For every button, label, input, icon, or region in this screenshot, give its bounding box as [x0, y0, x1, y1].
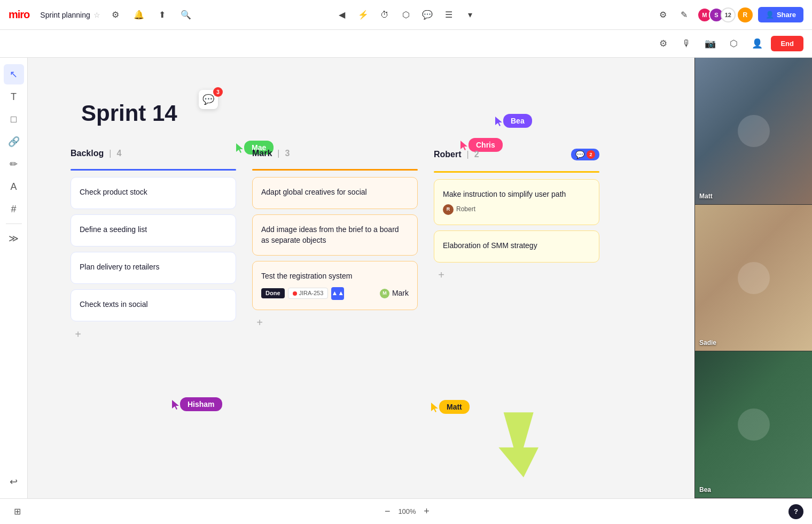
add-card-mark[interactable]: + [252, 315, 267, 330]
current-user-avatar[interactable]: R [737, 6, 754, 24]
card-adapt-creatives[interactable]: Adapt global creatives for social [252, 177, 418, 209]
frame-tool[interactable]: # [4, 199, 24, 219]
column-comment-notification[interactable]: 💬 2 [571, 149, 599, 160]
more-tools[interactable]: ≫ [4, 228, 24, 249]
upload-icon[interactable]: ⬆ [154, 6, 171, 24]
video-panel: Matt Sadie Bea [694, 58, 812, 498]
share-icon: 👤 [766, 11, 774, 19]
priority-icon: ▲▲ [331, 287, 344, 300]
timer-tool[interactable]: ⏱ [375, 5, 394, 25]
center-tools: ◀ ⚡ ⏱ ⬡ 💬 ☰ ▾ [332, 5, 480, 25]
card-text: Plan delivery to retailers [80, 263, 159, 271]
column-title-backlog: Backlog [71, 149, 104, 158]
column-count-mark: 3 [285, 149, 290, 158]
assignee-avatar-small-robert: R [443, 204, 454, 215]
card-check-texts-social[interactable]: Check texts in social [71, 289, 236, 321]
board-tool[interactable]: ⬡ [396, 5, 416, 25]
column-comment-icon: 💬 [575, 150, 584, 159]
pen-tool[interactable]: ✏ [4, 154, 24, 174]
video-name-sadie: Sadie [699, 339, 716, 346]
zoom-level: 100% [398, 507, 416, 515]
big-green-arrow [491, 407, 556, 482]
svg-marker-3 [172, 400, 179, 410]
assignee-avatar-mark: M [380, 289, 389, 298]
zoom-in-button[interactable]: + [420, 505, 433, 518]
column-header-robert: Robert | 2 💬 2 [434, 149, 599, 165]
text-tool[interactable]: T [4, 87, 24, 107]
board-name-container: Sprint planning ☆ [40, 11, 100, 19]
card-check-product-stock[interactable]: Check product stock [71, 177, 236, 209]
chat-tool[interactable]: 💬 [418, 5, 437, 25]
jira-badge[interactable]: JIRA-253 [288, 288, 329, 299]
cursor-label-matt: Matt [439, 400, 470, 414]
card-footer: Done JIRA-253 ▲▲ M Mark [261, 287, 409, 300]
column-mark: Mark | 3 Adapt global creatives for soci… [252, 149, 418, 342]
column-line-mark [252, 169, 418, 171]
right-tools: ⚙ ✎ M S 12 R 👤 Share [654, 6, 803, 24]
person-icon-matt [738, 115, 770, 147]
video-bg-bea [695, 351, 812, 498]
sprint-title: Sprint 14 [81, 101, 177, 126]
canvas-area[interactable]: Sprint 14 💬 3 Mae Bea Chris Hi [28, 58, 694, 498]
column-header-backlog: Backlog | 4 [71, 149, 236, 163]
second-bar: ⚙ 🎙 📷 ⬡ 👤 End [0, 30, 812, 58]
undo-tool[interactable]: ↩ [4, 472, 24, 492]
notifications-icon[interactable]: 🔔 [130, 6, 147, 24]
card-test-registration[interactable]: Test the registration system Done JIRA-2… [252, 261, 418, 310]
map-toggle-icon[interactable]: ⊞ [9, 503, 26, 520]
video-tile-sadie: Sadie [695, 205, 812, 352]
card-text: Add image ideas from the brief to a boar… [261, 225, 399, 244]
card-make-instruction[interactable]: Make instruction to simplify user path R… [434, 179, 599, 225]
jira-dot-icon [293, 291, 297, 296]
video-bg-sadie [695, 205, 812, 351]
svg-marker-1 [495, 117, 502, 126]
column-count-robert: 2 [474, 150, 479, 159]
search-icon[interactable]: 🔍 [177, 6, 194, 24]
card-text: Make instruction to simplify user path [443, 190, 566, 198]
avatar-count[interactable]: 12 [721, 7, 736, 22]
sticky-tool[interactable]: □ [4, 109, 24, 129]
column-backlog: Backlog | 4 Check product stock Define a… [71, 149, 236, 342]
video-bg-matt [695, 58, 812, 204]
back-tool[interactable]: ◀ [332, 5, 352, 25]
done-badge: Done [261, 288, 285, 298]
select-tool[interactable]: ↖ [4, 64, 24, 84]
card-add-image-ideas[interactable]: Add image ideas from the brief to a boar… [252, 214, 418, 256]
card-plan-delivery[interactable]: Plan delivery to retailers [71, 252, 236, 284]
add-card-robert[interactable]: + [434, 268, 449, 283]
mic-icon[interactable]: 🎙 [677, 34, 696, 53]
shapes-tool[interactable]: A [4, 176, 24, 197]
cursor-icon[interactable]: ✎ [676, 6, 693, 24]
more-tool[interactable]: ▾ [460, 5, 480, 25]
card-text: Check product stock [80, 188, 147, 196]
column-line-backlog [71, 169, 236, 171]
cursor-bea: Bea [495, 117, 504, 129]
menu-tool[interactable]: ☰ [439, 5, 458, 25]
column-comment-count: 2 [587, 150, 595, 159]
camera-icon[interactable]: 📷 [700, 34, 720, 53]
column-title-mark: Mark [252, 149, 272, 158]
share-button[interactable]: 👤 Share [758, 7, 803, 22]
column-title-robert: Robert [434, 150, 462, 159]
participants-icon[interactable]: 👤 [747, 34, 767, 53]
assignee-mark: M Mark [380, 288, 409, 299]
settings-icon[interactable]: ⚙ [107, 6, 124, 24]
card-elaboration-smm[interactable]: Elaboration of SMM strategy [434, 230, 599, 263]
kanban-board: Backlog | 4 Check product stock Define a… [71, 149, 599, 342]
top-bar: miro Sprint planning ☆ ⚙ 🔔 ⬆ 🔍 ◀ ⚡ ⏱ ⬡ 💬… [0, 0, 812, 30]
end-button[interactable]: End [771, 36, 803, 51]
column-robert: Robert | 2 💬 2 Make instruction to simpl… [434, 149, 599, 342]
cursor-label-bea: Bea [503, 114, 532, 128]
card-define-seeding-list[interactable]: Define a seeding list [71, 214, 236, 246]
canvas-content: Sprint 14 💬 3 Mae Bea Chris Hi [28, 58, 694, 498]
add-card-backlog[interactable]: + [71, 327, 85, 342]
star-icon[interactable]: ☆ [93, 11, 100, 19]
lightning-tool[interactable]: ⚡ [354, 5, 373, 25]
share-screen-icon[interactable]: ⬡ [724, 34, 743, 53]
help-button[interactable]: ? [788, 504, 803, 519]
card-text: Adapt global creatives for social [261, 188, 367, 196]
controls-icon[interactable]: ⚙ [653, 34, 673, 53]
filter-icon[interactable]: ⚙ [654, 6, 672, 24]
connect-tool[interactable]: 🔗 [4, 132, 24, 152]
zoom-out-button[interactable]: − [381, 505, 394, 518]
